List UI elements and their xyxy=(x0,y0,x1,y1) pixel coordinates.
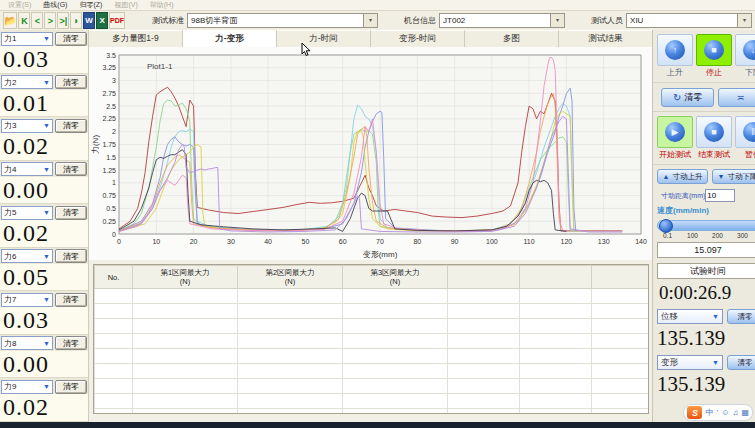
jog-controls: ↑上升■停止↓下降 xyxy=(653,30,755,83)
inch-up-button[interactable]: ▲ 寸动上升 xyxy=(657,169,708,184)
menu-item[interactable]: 归零(Z) xyxy=(79,0,102,10)
table-row[interactable] xyxy=(95,289,650,304)
first-record-icon[interactable]: K xyxy=(18,12,30,29)
channel-zero-button[interactable]: 清零 xyxy=(55,162,87,176)
channel-select[interactable]: 力6▼ xyxy=(1,249,53,263)
channel-value: 0.00 xyxy=(0,177,88,205)
ime-tool-icon[interactable]: ♫ xyxy=(732,409,738,417)
tab-多力量图1-9[interactable]: 多力量图1-9 xyxy=(89,30,183,47)
menu-item[interactable]: 设置(S) xyxy=(8,0,31,10)
toolbar-combo[interactable]: XIU▾ xyxy=(626,13,752,28)
channel-select[interactable]: 力5▼ xyxy=(1,206,53,220)
channel-zero-button[interactable]: 清零 xyxy=(55,32,87,46)
channel-zero-button[interactable]: 清零 xyxy=(55,336,87,350)
start-test-button[interactable]: ▶开始测试 xyxy=(657,116,693,160)
sogou-input-bar[interactable]: S中’☺♫▦ xyxy=(683,404,753,421)
crosshead-up-button[interactable]: ↑上升 xyxy=(657,34,693,78)
menu-item[interactable]: 视图(V) xyxy=(114,0,137,10)
table-row[interactable] xyxy=(95,349,650,364)
channel-zero-button[interactable]: 清零 xyxy=(55,380,87,394)
result-table-wrap[interactable]: No.第1区间最大力(N)第2区间最大力(N)第3区间最大力(N) xyxy=(93,264,649,414)
chevron-down-icon[interactable]: ▾ xyxy=(550,14,564,27)
chevron-down-icon[interactable]: ▾ xyxy=(363,14,377,27)
channel-zero-button[interactable]: 清零 xyxy=(55,119,87,133)
force-channel-block: 力5▼清零0.02 xyxy=(0,204,88,248)
svg-text:力(N): 力(N) xyxy=(91,135,100,154)
toolbar-combo[interactable]: 98B切半背面▾ xyxy=(187,13,378,28)
table-row[interactable] xyxy=(95,319,650,334)
menu-item[interactable]: 帮助(H) xyxy=(150,0,174,10)
speed-tick-label: 300 xyxy=(730,232,755,239)
table-header-cell xyxy=(448,266,520,289)
inch-distance-input[interactable] xyxy=(705,189,735,202)
speed-slider[interactable] xyxy=(657,220,755,231)
ime-tool-icon[interactable]: 中 xyxy=(705,409,713,417)
table-row[interactable] xyxy=(95,409,650,415)
table-row[interactable] xyxy=(95,379,650,394)
taskbar-edge[interactable] xyxy=(0,422,755,428)
excel-export-icon[interactable]: X xyxy=(96,12,108,29)
ime-tool-icon[interactable]: ’ xyxy=(716,409,718,417)
svg-text:1: 1 xyxy=(112,179,116,186)
menu-item[interactable]: 曲线(G) xyxy=(43,0,67,10)
channel-zero-button[interactable]: 清零 xyxy=(55,75,87,89)
chevron-down-icon[interactable]: ▾ xyxy=(737,14,751,27)
header-text: 第2区间最大力 xyxy=(239,268,341,277)
tab-测试结果[interactable]: 测试结果 xyxy=(559,30,653,47)
crosshead-down-label: 下降 xyxy=(735,67,755,78)
displacement-zero-button[interactable]: 清零 xyxy=(727,309,755,324)
ime-tool-icon[interactable]: ▦ xyxy=(741,409,749,417)
channel-select[interactable]: 力9▼ xyxy=(1,380,53,394)
channel-row: 力5▼清零 xyxy=(0,204,88,220)
last-record-icon[interactable]: >| xyxy=(57,12,69,29)
tab-力-变形[interactable]: 力-变形 xyxy=(183,30,277,48)
table-header-cell: 第2区间最大力(N) xyxy=(238,266,343,289)
displacement-select[interactable]: 位移 ▼ xyxy=(657,309,723,324)
end-test-button[interactable]: ■结束测试 xyxy=(696,116,732,160)
prev-record-icon[interactable]: < xyxy=(31,12,43,29)
table-row[interactable] xyxy=(95,334,650,349)
inch-down-button[interactable]: ▼ 寸动下降 xyxy=(712,169,755,184)
word-export-icon[interactable]: W xyxy=(83,12,95,29)
table-cell xyxy=(238,364,343,379)
ime-tool-icon[interactable]: ☺ xyxy=(721,409,729,417)
deformation-zero-button[interactable]: 清零 xyxy=(727,355,755,370)
open-file-icon[interactable]: 📂 xyxy=(3,12,17,29)
channel-select[interactable]: 力7▼ xyxy=(1,293,53,307)
channel-zero-button[interactable]: 清零 xyxy=(55,293,87,307)
pdf-export-icon[interactable]: PDF xyxy=(109,12,125,29)
channel-zero-button[interactable]: 清零 xyxy=(55,206,87,220)
channel-select[interactable]: 力3▼ xyxy=(1,119,53,133)
panel-zero-button[interactable]: ↻ 清零 xyxy=(661,88,714,107)
curve-icon[interactable]: ◗ xyxy=(70,12,82,29)
force-channel-panel: 力1▼清零0.03力2▼清零0.01力3▼清零0.02力4▼清零0.00力5▼清… xyxy=(0,30,88,422)
table-row[interactable] xyxy=(95,304,650,319)
next-record-icon[interactable]: > xyxy=(44,12,56,29)
channel-select[interactable]: 力4▼ xyxy=(1,162,53,176)
toolbar-combo[interactable]: JT002▾ xyxy=(439,13,565,28)
svg-text:120: 120 xyxy=(561,238,573,245)
pause-test-button[interactable]: ‖暂停 xyxy=(735,116,755,160)
channel-select[interactable]: 力1▼ xyxy=(1,32,53,46)
force-deformation-chart[interactable]: 010203040506070809010011012013014000.250… xyxy=(89,47,653,260)
deformation-select[interactable]: 变形 ▼ xyxy=(657,355,723,370)
speed-value: 15.097 xyxy=(657,242,755,258)
table-cell xyxy=(238,394,343,409)
channel-select[interactable]: 力8▼ xyxy=(1,336,53,350)
crosshead-down-button[interactable]: ↓下降 xyxy=(735,34,755,78)
tab-力-时间[interactable]: 力-时间 xyxy=(277,30,371,47)
tab-多图[interactable]: 多图 xyxy=(465,30,559,47)
crosshead-stop-button[interactable]: ■停止 xyxy=(696,34,732,78)
table-row[interactable] xyxy=(95,364,650,379)
tab-变形-时间[interactable]: 变形-时间 xyxy=(371,30,465,47)
svg-text:3.25: 3.25 xyxy=(102,64,116,71)
speed-slider-thumb[interactable] xyxy=(659,219,673,233)
table-row[interactable] xyxy=(95,394,650,409)
channel-zero-button[interactable]: 清零 xyxy=(55,249,87,263)
sogou-logo-icon[interactable]: S xyxy=(687,406,702,419)
channel-select[interactable]: 力2▼ xyxy=(1,75,53,89)
table-cell xyxy=(133,319,238,334)
table-cell xyxy=(343,364,448,379)
return-button[interactable]: ≍ xyxy=(718,88,755,107)
test-time-value: 0:00:26.9 xyxy=(653,279,755,306)
